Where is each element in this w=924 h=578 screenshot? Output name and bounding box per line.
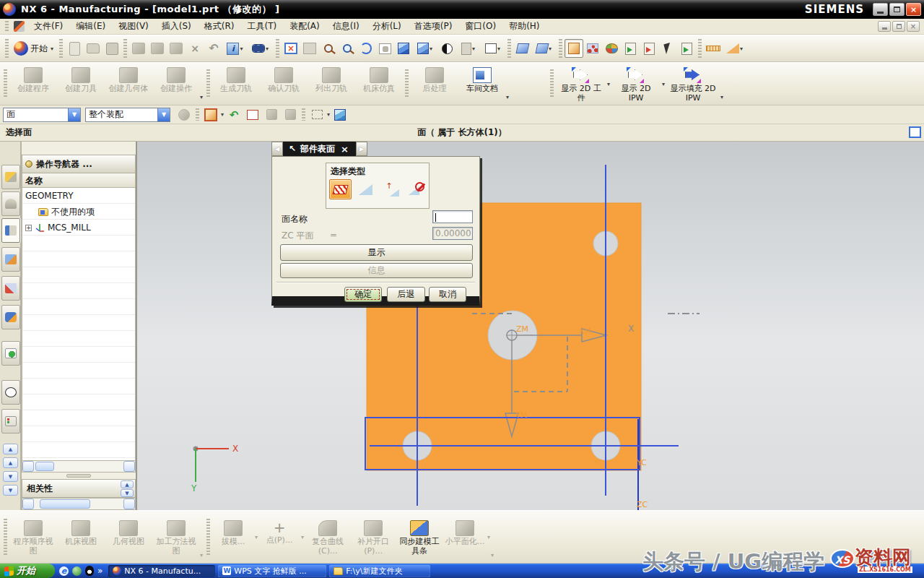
menu-information[interactable]: 信息(I): [326, 19, 366, 34]
quick-launch-more-icon[interactable]: »: [97, 566, 103, 576]
toolbar-grip[interactable]: [206, 69, 210, 99]
start-menu-button[interactable]: 开始 ▾: [11, 39, 57, 58]
tree-item-unused[interactable]: 不使用的项: [22, 204, 135, 220]
toolbar-grip[interactable]: [196, 108, 199, 121]
fit-view-button[interactable]: ×: [282, 39, 300, 58]
scroll-top-button[interactable]: ▲: [3, 444, 18, 454]
menu-edit[interactable]: 编辑(E): [69, 19, 112, 34]
cut-button[interactable]: [129, 39, 148, 58]
scope-filter-combo[interactable]: 整个装配 ▼: [85, 108, 170, 122]
scroll-bottom-button[interactable]: ▼: [3, 485, 18, 496]
back-button[interactable]: 后退: [387, 287, 425, 302]
mdi-restore-button[interactable]: [892, 21, 905, 32]
delete-button[interactable]: ×: [186, 39, 204, 58]
rotate-view-button[interactable]: [357, 39, 375, 58]
show-2d-ipw-button[interactable]: 显示 2D IPW: [611, 64, 661, 103]
snap-point-toggle-button[interactable]: [201, 105, 220, 124]
menu-file[interactable]: 文件(F): [27, 19, 69, 34]
show-2d-workpiece-button[interactable]: 显示 2D 工件: [556, 64, 606, 103]
start-button[interactable]: 开始: [0, 564, 55, 578]
facet-body-button[interactable]: 小平面化...: [443, 517, 487, 556]
task-folder[interactable]: F:\y\新建文件夹: [329, 565, 430, 577]
measure-distance-button[interactable]: [704, 39, 723, 58]
find-button[interactable]: ▾: [248, 39, 274, 58]
point-on-curve-button[interactable]: [583, 39, 602, 58]
edit-object-display-button[interactable]: [602, 39, 621, 58]
verify-toolpath-button[interactable]: 确认刀轨: [260, 64, 308, 103]
save-button[interactable]: [103, 39, 121, 58]
type-filter-combo[interactable]: 面 ▼: [3, 108, 81, 122]
invert-shown-button[interactable]: [677, 39, 696, 58]
composite-curve-button[interactable]: 复合曲线(C)...: [305, 517, 351, 556]
cancel-button[interactable]: 取消: [429, 287, 466, 302]
panel-splitter[interactable]: [22, 473, 136, 479]
create-operation-button[interactable]: 创建操作: [152, 64, 200, 103]
close-button[interactable]: ×: [906, 3, 921, 16]
patch-opening-button[interactable]: 补片开口(P)...: [351, 517, 396, 556]
toolbar-options-icon[interactable]: ▾: [720, 94, 723, 100]
tree-item-geometry[interactable]: GEOMETRY: [22, 188, 135, 204]
splitter-handle[interactable]: [66, 474, 91, 478]
shaded-select-button[interactable]: [331, 105, 349, 124]
shop-documentation-button[interactable]: 车间文档: [458, 64, 506, 103]
menubar-grip[interactable]: [5, 21, 9, 32]
system-materials-tab[interactable]: [1, 409, 20, 434]
face-type-button[interactable]: [329, 179, 352, 199]
machining-method-view-button[interactable]: 加工方法视图: [152, 517, 200, 556]
note-button[interactable]: ▾: [456, 39, 481, 58]
toolbar-grip[interactable]: [5, 39, 9, 57]
scroll-left-icon[interactable]: [22, 461, 34, 472]
internet-explorer-icon[interactable]: e: [59, 566, 69, 576]
scroll-right-icon[interactable]: [123, 461, 135, 472]
display-button[interactable]: 显示: [280, 244, 473, 261]
operation-navigator-tab[interactable]: [1, 218, 20, 243]
move-face-button[interactable]: [513, 39, 532, 58]
scrollbar-thumb[interactable]: [35, 462, 54, 471]
select-cursor-button[interactable]: [658, 39, 677, 58]
create-tool-button[interactable]: 创建刀具: [57, 64, 105, 103]
undo-button[interactable]: ↶: [204, 39, 223, 58]
list-toolpath-button[interactable]: 列出刀轨: [308, 64, 355, 103]
scroll-left-icon[interactable]: [22, 499, 34, 509]
task-nx[interactable]: NX 6 - Manufactu...: [108, 565, 215, 577]
hd3d-tools-tab[interactable]: [1, 305, 20, 329]
scroll-down-icon[interactable]: ▼: [121, 489, 134, 497]
offset-face-button[interactable]: ▾: [532, 39, 557, 58]
tree-item-mcs-mill[interactable]: + MCS_MILL: [22, 220, 135, 236]
background-button[interactable]: ▾: [481, 39, 505, 58]
ok-button[interactable]: 确定: [344, 287, 382, 302]
information-button[interactable]: i ▾: [223, 39, 248, 58]
scroll-up-button[interactable]: ▲: [3, 457, 18, 468]
rail-left-button[interactable]: ◀: [271, 142, 283, 156]
show-filled-2d-ipw-button[interactable]: 显示填充 2D IPW: [666, 64, 720, 103]
quick-launch-icon[interactable]: [72, 566, 82, 576]
toolbar-options-icon[interactable]: ▾: [200, 552, 203, 558]
toolbar-grip[interactable]: [276, 39, 279, 57]
paste-button[interactable]: [167, 39, 186, 58]
synchronous-modeling-button[interactable]: 同步建模工具条: [396, 517, 443, 556]
history-tab[interactable]: [1, 380, 20, 405]
rendering-style-button[interactable]: [437, 39, 456, 58]
hide-object-button[interactable]: [640, 39, 658, 58]
info-button[interactable]: 信息: [280, 263, 473, 278]
constraint-button[interactable]: [281, 105, 300, 124]
rollback-button[interactable]: ↶: [225, 105, 243, 124]
menu-tools[interactable]: 工具(T): [240, 19, 283, 34]
chevron-down-icon[interactable]: ▾: [607, 81, 610, 87]
workpiece-button[interactable]: [243, 105, 262, 124]
graphics-canvas[interactable]: XM ZM YM X XC YC ZC X Y: [137, 142, 924, 510]
face-name-input[interactable]: [432, 210, 473, 223]
menu-assemblies[interactable]: 装配(A): [283, 19, 326, 34]
reuse-library-tab[interactable]: [1, 276, 20, 301]
scrollbar-thumb[interactable]: [40, 499, 90, 509]
dialog-tab[interactable]: ↖ 部件表面 ×: [283, 142, 356, 156]
shaded-display-button[interactable]: ▾: [413, 39, 437, 58]
navigator-header[interactable]: 操作导航器 ...: [22, 155, 136, 173]
chevron-down-icon[interactable]: ▾: [221, 111, 224, 118]
zoom-in-out-button[interactable]: [338, 39, 357, 58]
machine-tool-navigator-tab[interactable]: [1, 247, 20, 272]
toolbar-grip[interactable]: [507, 39, 511, 57]
new-file-button[interactable]: [65, 39, 84, 58]
toolbar-grip[interactable]: [4, 519, 7, 555]
toolbar-grip[interactable]: [302, 108, 305, 121]
